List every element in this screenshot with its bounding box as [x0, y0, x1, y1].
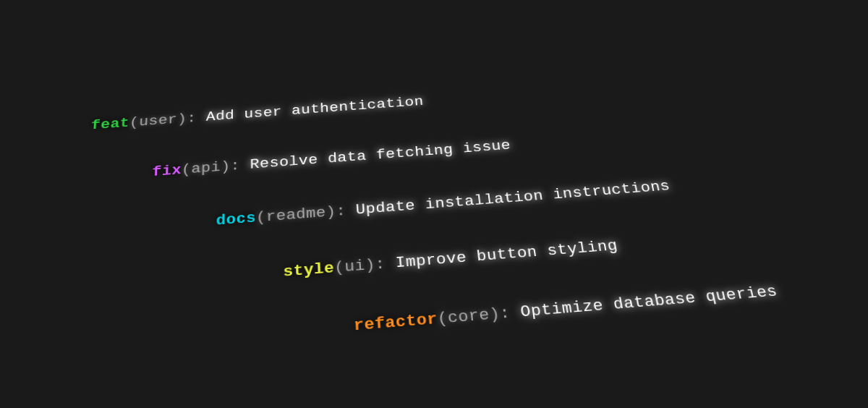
commit-line: fix(api): Resolve data fetching issue: [152, 113, 846, 180]
commit-type: refactor: [353, 310, 438, 335]
commit-scope: (user):: [129, 111, 196, 130]
commit-list: feat(user): Add user authentication fix(…: [0, 11, 868, 408]
commit-message: Update installation instructions: [355, 178, 671, 218]
commit-message: Optimize database queries: [519, 283, 779, 321]
commit-message: Add user authentication: [206, 94, 425, 124]
commit-line: refactor(core): Optimize database querie…: [353, 273, 868, 335]
commit-type: docs: [216, 210, 257, 229]
commit-line: style(ui): Improve button styling: [283, 217, 868, 281]
commit-message: Improve button styling: [395, 237, 619, 271]
commit-scope: (api):: [182, 158, 240, 178]
commit-scope: (readme):: [256, 203, 346, 226]
commit-message: Resolve data fetching issue: [250, 138, 511, 173]
commit-line: docs(readme): Update installation instru…: [216, 163, 862, 229]
commit-scope: (ui):: [334, 256, 386, 277]
commit-scope: (core):: [437, 305, 511, 328]
commit-type: style: [283, 260, 335, 281]
commit-type: feat: [90, 116, 129, 133]
commit-line: feat(user): Add user authentication: [90, 65, 830, 134]
commit-type: fix: [152, 163, 182, 180]
